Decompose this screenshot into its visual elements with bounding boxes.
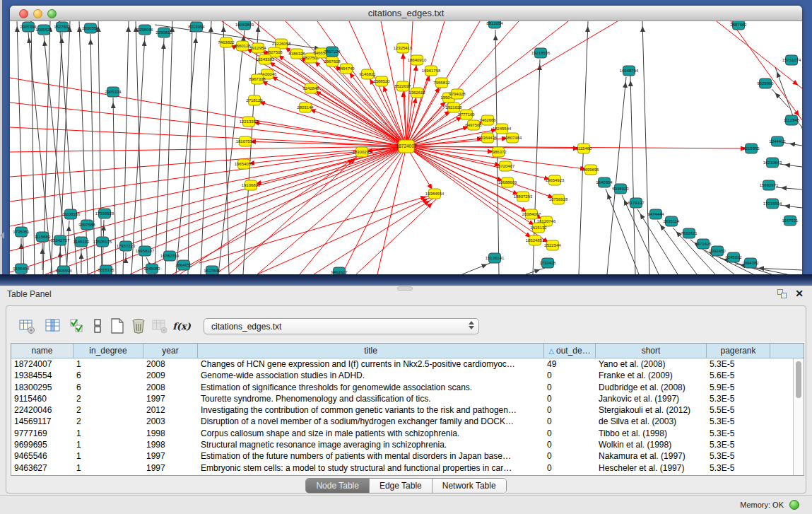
function-builder-icon[interactable]: f(x) (171, 315, 192, 337)
table-row[interactable]: 977716911998Corpus callosum shape and si… (11, 428, 793, 439)
tab-edge-table[interactable]: Edge Table (370, 479, 433, 493)
network-node[interactable]: 16720407 (496, 161, 515, 171)
tab-network-table[interactable]: Network Table (433, 479, 506, 493)
network-node[interactable]: 16958107 (136, 246, 155, 256)
network-node[interactable]: 19384554 (425, 189, 445, 199)
network-node[interactable]: 18245544 (493, 124, 512, 134)
new-table-icon[interactable] (107, 315, 128, 337)
row-height-icon[interactable] (87, 315, 108, 337)
network-node[interactable]: 5938923 (612, 184, 629, 194)
network-node[interactable]: 8967338 (249, 74, 266, 84)
network-node[interactable]: 9245012 (725, 252, 742, 262)
network-node[interactable]: 1115689 (35, 232, 51, 242)
network-node[interactable]: 7986372 (490, 147, 507, 157)
column-header-title[interactable]: title (198, 344, 544, 358)
select-all-icon[interactable] (67, 315, 88, 337)
network-node[interactable]: 9097588 (78, 220, 95, 230)
memory-ok-indicator-icon[interactable] (789, 500, 799, 510)
network-node[interactable]: 10688609 (498, 177, 517, 187)
tab-node-table[interactable]: Node Table (306, 479, 370, 493)
network-node[interactable]: 1527602 (54, 22, 71, 32)
network-node[interactable]: 16961758 (422, 66, 441, 76)
network-node[interactable]: 8313054 (188, 22, 205, 32)
network-node[interactable]: 17359928 (95, 209, 114, 218)
table-row[interactable]: 969969511998Structural magnetic resonanc… (11, 439, 793, 450)
network-node[interactable]: 1637849 (204, 266, 220, 274)
network-node[interactable]: 10756928 (549, 194, 568, 204)
network-node[interactable]: 19106825 (242, 180, 261, 190)
network-node[interactable]: 1588520 (373, 76, 390, 86)
network-node[interactable]: 18524851 (526, 235, 545, 245)
table-row[interactable]: 946554611997Estimation of the future num… (11, 450, 793, 462)
network-canvas[interactable]: 7463822866012859129542322605898275081654… (10, 21, 802, 274)
network-node[interactable]: 19654923 (546, 175, 565, 185)
column-header-out_de[interactable]: △out_de… (544, 344, 596, 358)
network-node[interactable]: 15136141 (486, 253, 505, 263)
network-node[interactable]: 9245083 (143, 264, 160, 274)
network-node[interactable]: 9794028 (449, 89, 466, 99)
network-node[interactable]: 2718129 (246, 95, 263, 105)
table-row[interactable]: 2242004622012Investigating the contribut… (11, 404, 793, 416)
table-row[interactable]: 1456911722003Disruption of a novel membe… (11, 416, 793, 427)
network-node[interactable]: 8522037 (394, 81, 411, 91)
network-node[interactable]: 1921028 (445, 103, 462, 112)
network-node[interactable]: 12342757 (51, 235, 70, 245)
table-selector-dropdown[interactable]: citations_edges.txt (204, 318, 479, 334)
network-node[interactable]: 8454749 (338, 64, 355, 74)
float-panel-icon[interactable] (777, 289, 788, 299)
network-node[interactable]: 8660128 (234, 41, 251, 51)
network-node[interactable]: 7857224 (324, 47, 341, 57)
column-header-short[interactable]: short (596, 344, 707, 358)
network-node[interactable]: 8813054 (486, 21, 503, 28)
table-row[interactable]: 1830029562008Estimation of significance … (11, 382, 793, 393)
table-row[interactable]: 911546021997Tourette syndrome. Phenomeno… (11, 393, 793, 404)
column-header-pagerank[interactable]: pagerank (707, 344, 770, 358)
network-node[interactable]: 1640954 (596, 177, 613, 187)
show-columns-icon[interactable] (42, 315, 64, 337)
network-node[interactable]: 8215955 (743, 144, 760, 153)
vertical-scrollbar[interactable] (793, 358, 804, 475)
table-row[interactable]: 946362711997Embryonic stem cells: a mode… (11, 462, 793, 474)
network-node[interactable]: 18724007 (396, 140, 417, 153)
column-header-in_degree[interactable]: in_degree (73, 344, 143, 358)
network-node[interactable]: 2064051 (175, 260, 192, 270)
network-node[interactable]: 9329966 (757, 78, 774, 88)
network-node[interactable]: 1005525 (35, 25, 52, 35)
network-node[interactable]: 1112845 (784, 115, 800, 125)
network-node[interactable]: 20206556 (61, 209, 81, 219)
network-node[interactable]: 18807293 (514, 192, 533, 201)
network-node[interactable]: 9474444 (647, 209, 664, 219)
delete-table-icon[interactable] (128, 315, 149, 337)
network-node[interactable]: 2887682 (730, 21, 747, 30)
network-node[interactable]: 9699695 (582, 165, 599, 175)
network-node[interactable]: 1167531 (782, 216, 799, 226)
network-node[interactable]: 12325419 (394, 43, 413, 53)
network-node[interactable]: 1092450 (709, 246, 726, 256)
network-node[interactable]: 9777169 (458, 110, 475, 119)
network-node[interactable]: 2905334 (105, 87, 122, 97)
network-node[interactable]: 16053809 (235, 21, 254, 30)
network-node[interactable]: 16210643 (763, 158, 782, 168)
network-node[interactable]: 1615132 (530, 223, 547, 233)
network-node[interactable]: 2005394 (20, 22, 37, 32)
network-node[interactable]: 9242848 (302, 83, 319, 93)
network-node[interactable]: 1244412 (769, 136, 786, 146)
table-row[interactable]: 1938455462009Genome-wide association stu… (11, 370, 793, 381)
network-node[interactable]: 9158046 (136, 25, 153, 35)
network-node[interactable]: 5912954 (249, 43, 266, 53)
network-node[interactable]: 7462666 (479, 115, 496, 125)
table-settings-icon[interactable] (16, 315, 37, 337)
network-node[interactable]: 1145193 (73, 237, 90, 247)
network-node[interactable]: 15751074 (782, 55, 801, 65)
network-node[interactable]: 2935114 (664, 216, 681, 226)
network-node[interactable]: 6179197 (628, 198, 645, 208)
network-node[interactable]: 1735051 (13, 227, 30, 237)
network-node[interactable]: 13505135 (93, 237, 112, 247)
network-node[interactable]: 1994382 (742, 258, 759, 268)
collapse-panel-arrow-icon[interactable] (0, 232, 4, 239)
network-node[interactable]: 9115460 (576, 144, 593, 153)
network-node[interactable]: 9146821 (359, 69, 376, 79)
network-window-titlebar[interactable]: citations_edges.txt (10, 6, 802, 21)
network-node[interactable]: 15692971 (760, 180, 779, 190)
network-node[interactable]: 2290813 (155, 28, 172, 37)
